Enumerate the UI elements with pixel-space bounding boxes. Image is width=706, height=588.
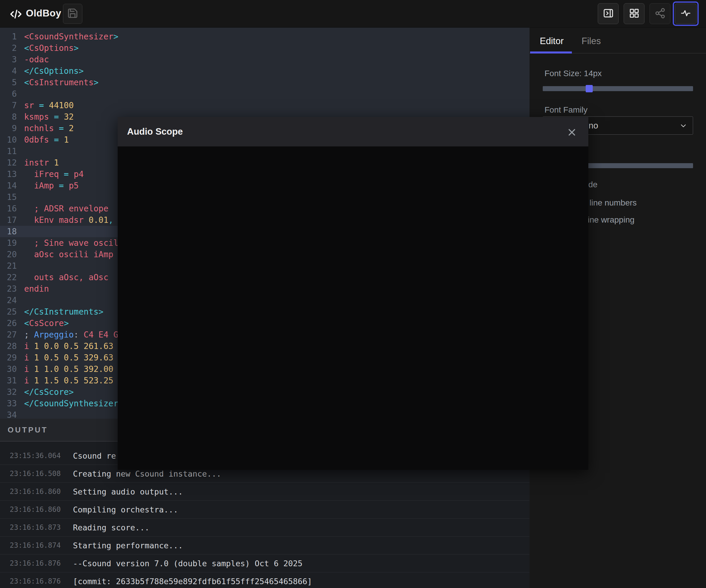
code-text: nchnls = 2 xyxy=(17,123,74,134)
code-text: i 1 1.5 0.5 523.25 xyxy=(17,375,113,386)
sidebar-tabs: Editor Files xyxy=(530,28,706,53)
code-text: </CsScore> xyxy=(17,386,74,398)
line-number: 28 xyxy=(0,340,17,352)
save-icon xyxy=(67,8,78,20)
line-number: 2 xyxy=(0,42,17,54)
code-text: kEnv madsr 0.01, xyxy=(17,214,113,226)
line-number: 16 xyxy=(0,203,17,214)
code-text: iFreq = p4 xyxy=(17,168,83,180)
code-text: <CsoundSynthesizer> xyxy=(17,31,118,42)
code-line[interactable]: 7sr = 44100 xyxy=(0,100,530,111)
line-number: 23 xyxy=(0,283,17,295)
chevron-down-icon xyxy=(679,122,688,130)
line-number: 3 xyxy=(0,54,17,65)
code-text: <CsInstruments> xyxy=(17,77,99,88)
code-text: aOsc oscili iAmp xyxy=(17,249,113,260)
line-number: 21 xyxy=(0,260,17,271)
line-number: 14 xyxy=(0,180,17,192)
line-number: 11 xyxy=(0,145,17,157)
line-number: 7 xyxy=(0,100,17,111)
code-text: endin xyxy=(17,283,49,295)
log-timestamp: 23:15:36.064 xyxy=(10,452,73,460)
audio-scope-modal: Audio Scope xyxy=(118,117,588,470)
code-text xyxy=(17,88,24,100)
code-text: instr 1 xyxy=(17,157,59,168)
line-number: 13 xyxy=(0,168,17,180)
app-title: OldBoy xyxy=(26,8,61,19)
code-text: </CsoundSynthesizer xyxy=(17,398,118,409)
audio-scope-button-focus-ring xyxy=(673,1,699,26)
line-number: 18 xyxy=(0,226,17,237)
setting-label-fragment: ine wrapping xyxy=(588,215,634,224)
code-line[interactable]: 3-odac xyxy=(0,54,530,65)
code-text: ; Arpeggio: C4 E4 G xyxy=(17,329,118,340)
code-text: </CsOptions> xyxy=(17,65,83,77)
output-title: OUTPUT xyxy=(8,425,48,434)
code-text xyxy=(17,226,24,237)
close-icon[interactable] xyxy=(567,128,577,137)
top-bar: OldBoy xyxy=(0,0,706,28)
code-text: ; Sine wave oscil xyxy=(17,237,118,249)
output-log-row: 23:16:16.860Compiling orchestra... xyxy=(0,501,530,519)
panel-right-button[interactable] xyxy=(598,3,619,24)
log-message: Creating new Csound instance... xyxy=(73,469,221,478)
line-number: 34 xyxy=(0,409,17,419)
log-message: Starting performance... xyxy=(73,541,183,550)
log-message: Setting audio output... xyxy=(73,487,183,496)
active-tab-underline xyxy=(530,51,572,53)
log-timestamp: 23:16:16.860 xyxy=(10,505,73,514)
code-text xyxy=(17,295,24,306)
tab-editor[interactable]: Editor xyxy=(540,36,563,46)
log-timestamp: 23:16:16.860 xyxy=(10,488,73,496)
audio-scope-button[interactable] xyxy=(675,3,697,24)
line-number: 8 xyxy=(0,111,17,123)
line-number: 6 xyxy=(0,88,17,100)
font-size-slider[interactable] xyxy=(543,86,693,91)
audio-scope-canvas[interactable] xyxy=(118,146,588,470)
log-timestamp: 23:16:16.874 xyxy=(10,541,73,549)
code-text: i 1 1.0 0.5 392.00 xyxy=(17,364,113,375)
line-number: 22 xyxy=(0,271,17,283)
activity-icon xyxy=(680,8,691,20)
code-text: sr = 44100 xyxy=(17,100,74,111)
code-icon xyxy=(9,7,23,21)
line-number: 29 xyxy=(0,352,17,364)
tab-files[interactable]: Files xyxy=(582,36,601,46)
line-number: 27 xyxy=(0,329,17,340)
line-number: 5 xyxy=(0,77,17,88)
code-text: iAmp = p5 xyxy=(17,180,79,192)
modal-title: Audio Scope xyxy=(127,126,183,137)
setting-label-fragment: de xyxy=(588,180,597,190)
code-text: </CsInstruments> xyxy=(17,306,104,318)
code-text: ksmps = 32 xyxy=(17,111,74,123)
share-button[interactable] xyxy=(650,3,670,24)
setting-label-fragment: line numbers xyxy=(590,198,637,208)
line-number: 20 xyxy=(0,249,17,260)
modal-header: Audio Scope xyxy=(118,117,588,146)
code-text: i 1 0.5 0.5 329.63 xyxy=(17,352,113,364)
code-line[interactable]: 1<CsoundSynthesizer> xyxy=(0,31,530,42)
font-size-slider-thumb[interactable] xyxy=(586,85,593,92)
code-line[interactable]: 6 xyxy=(0,88,530,100)
code-text: <CsScore> xyxy=(17,318,69,329)
log-message: Compiling orchestra... xyxy=(73,505,178,514)
output-log-row: 23:16:16.874Starting performance... xyxy=(0,537,530,554)
app-window: OldBoy xyxy=(0,0,706,588)
code-text xyxy=(17,260,24,271)
code-line[interactable]: 2<CsOptions> xyxy=(0,42,530,54)
code-text: <CsOptions> xyxy=(17,42,79,54)
code-text: i 1 0.0 0.5 261.63 xyxy=(17,340,113,352)
code-text: -odac xyxy=(17,54,49,65)
code-text xyxy=(17,409,24,419)
log-message: --Csound version 7.0 (double samples) Oc… xyxy=(73,559,303,568)
code-line[interactable]: 4</CsOptions> xyxy=(0,65,530,77)
code-text xyxy=(17,192,24,203)
log-timestamp: 23:16:16.508 xyxy=(10,469,73,478)
code-text: 0dbfs = 1 xyxy=(17,134,69,145)
code-text: ; ADSR envelope xyxy=(17,203,109,214)
line-number: 30 xyxy=(0,364,17,375)
layout-grid-button[interactable] xyxy=(624,3,644,24)
save-button[interactable] xyxy=(63,4,82,24)
code-line[interactable]: 5<CsInstruments> xyxy=(0,77,530,88)
line-number: 17 xyxy=(0,214,17,226)
